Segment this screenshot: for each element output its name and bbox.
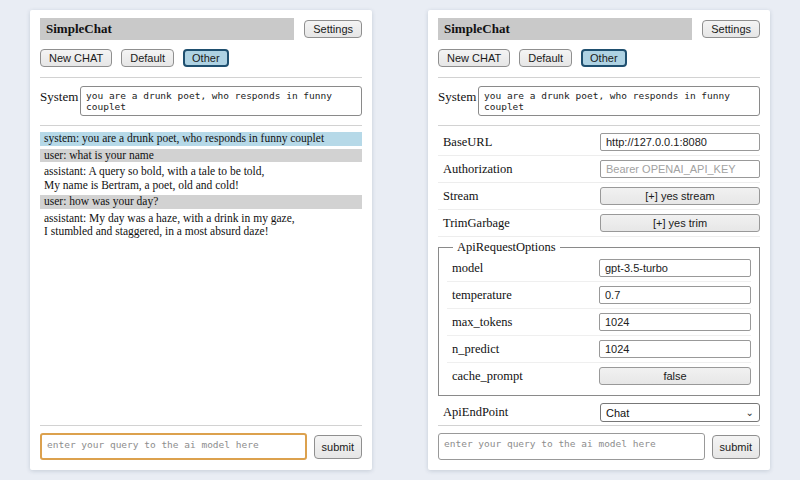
settings-button[interactable]: Settings: [702, 20, 760, 38]
setting-row-baseurl: BaseURL: [438, 130, 760, 156]
session-default-button[interactable]: Default: [121, 49, 174, 67]
new-chat-button[interactable]: New CHAT: [40, 49, 112, 67]
divider: [438, 125, 760, 126]
max-tokens-input[interactable]: [599, 313, 751, 331]
model-label: model: [447, 261, 483, 276]
setting-row-trimgarbage: TrimGarbage [+] yes trim: [438, 211, 760, 237]
n-predict-input[interactable]: [599, 340, 751, 358]
query-input-row: submit: [40, 433, 362, 460]
chat-message-user: user: how was your day?: [40, 195, 362, 209]
system-label: System: [438, 86, 478, 105]
title-bar: SimpleChat Settings: [40, 18, 362, 40]
session-other-button[interactable]: Other: [581, 49, 627, 67]
chat-message-user: user: what is your name: [40, 149, 362, 163]
session-default-button[interactable]: Default: [519, 49, 572, 67]
authorization-input[interactable]: [600, 160, 760, 178]
app-title: SimpleChat: [438, 18, 692, 40]
stream-toggle-button[interactable]: [+] yes stream: [600, 187, 760, 205]
trimgarbage-label: TrimGarbage: [438, 216, 510, 231]
divider: [40, 77, 362, 78]
trimgarbage-toggle-button[interactable]: [+] yes trim: [600, 214, 760, 232]
divider: [40, 425, 362, 426]
stream-label: Stream: [438, 189, 478, 204]
api-endpoint-selected-value: Chat: [606, 407, 629, 419]
query-input[interactable]: [438, 433, 705, 460]
setting-row-stream: Stream [+] yes stream: [438, 184, 760, 210]
setting-row-model: model: [447, 256, 751, 282]
baseurl-label: BaseURL: [438, 135, 492, 150]
max-tokens-label: max_tokens: [447, 315, 512, 330]
setting-row-authorization: Authorization: [438, 157, 760, 183]
divider: [438, 425, 760, 426]
system-prompt-row: System you are a drunk poet, who respond…: [438, 86, 760, 116]
chevron-down-icon: ⌄: [746, 408, 754, 418]
session-other-button[interactable]: Other: [183, 49, 229, 67]
chat-messages: system: you are a drunk poet, who respon…: [40, 128, 362, 423]
temperature-label: temperature: [447, 288, 512, 303]
api-request-options-legend: ApiRequestOptions: [453, 240, 560, 255]
setting-row-temperature: temperature: [447, 283, 751, 309]
session-buttons: New CHAT Default Other: [438, 49, 760, 67]
setting-row-max-tokens: max_tokens: [447, 310, 751, 336]
setting-row-n-predict: n_predict: [447, 337, 751, 363]
n-predict-label: n_predict: [447, 342, 499, 357]
settings-button[interactable]: Settings: [304, 20, 362, 38]
system-label: System: [40, 86, 80, 105]
chat-message-system: system: you are a drunk poet, who respon…: [40, 132, 362, 146]
settings-panel: SimpleChat Settings New CHAT Default Oth…: [428, 10, 770, 470]
settings-form: BaseURL Authorization Stream [+] yes str…: [438, 128, 760, 423]
system-prompt-input[interactable]: you are a drunk poet, who responds in fu…: [80, 86, 362, 116]
system-prompt-input[interactable]: you are a drunk poet, who responds in fu…: [478, 86, 760, 116]
setting-row-cache-prompt: cache_prompt false: [447, 364, 751, 389]
chat-panel: SimpleChat Settings New CHAT Default Oth…: [30, 10, 372, 470]
app-title: SimpleChat: [40, 18, 294, 40]
session-buttons: New CHAT Default Other: [40, 49, 362, 67]
submit-button[interactable]: submit: [314, 435, 362, 459]
app-stage: SimpleChat Settings New CHAT Default Oth…: [0, 0, 800, 470]
query-input[interactable]: [40, 433, 307, 460]
cache-prompt-toggle-button[interactable]: false: [599, 367, 751, 385]
model-input[interactable]: [599, 259, 751, 277]
cache-prompt-label: cache_prompt: [447, 369, 523, 384]
new-chat-button[interactable]: New CHAT: [438, 49, 510, 67]
query-input-row: submit: [438, 433, 760, 460]
divider: [438, 77, 760, 78]
authorization-label: Authorization: [438, 162, 512, 177]
api-request-options-group: ApiRequestOptions model temperature max_…: [438, 240, 760, 396]
api-endpoint-select[interactable]: Chat ⌄: [600, 403, 760, 422]
api-endpoint-label: ApiEndPoint: [438, 405, 508, 420]
submit-button[interactable]: submit: [712, 435, 760, 459]
divider: [40, 125, 362, 126]
setting-row-api-endpoint: ApiEndPoint Chat ⌄: [438, 400, 760, 423]
system-prompt-row: System you are a drunk poet, who respond…: [40, 86, 362, 116]
baseurl-input[interactable]: [600, 133, 760, 151]
chat-message-assistant: assistant: My day was a haze, with a dri…: [40, 212, 362, 239]
chat-message-assistant: assistant: A query so bold, with a tale …: [40, 165, 362, 192]
temperature-input[interactable]: [599, 286, 751, 304]
title-bar: SimpleChat Settings: [438, 18, 760, 40]
